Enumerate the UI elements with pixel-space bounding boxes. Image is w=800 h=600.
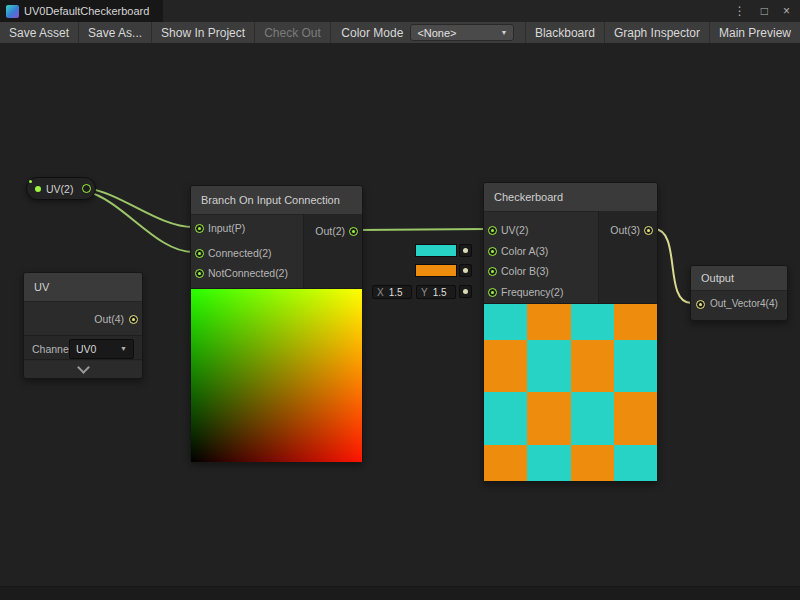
uv-channel-label: Channel	[32, 343, 69, 355]
uv-channel-row: Channel UV0 ▼	[24, 335, 142, 361]
checkerboard-color-a-label: Color A(3)	[501, 244, 548, 258]
checkerboard-color-b-port[interactable]	[488, 267, 497, 276]
color-mode-dropdown[interactable]: <None> ▼	[410, 24, 514, 41]
checkerboard-uv-port[interactable]	[488, 226, 497, 235]
frequency-y-field[interactable]: Y 1.5	[416, 285, 456, 299]
node-branch-on-input-connection[interactable]: Branch On Input Connection Input(P) Conn…	[190, 185, 363, 462]
checker-cell	[484, 392, 527, 445]
checkerboard-color-a-port[interactable]	[488, 247, 497, 256]
checkerboard-color-b-label: Color B(3)	[501, 264, 549, 278]
color-mode-label: Color Mode	[341, 26, 403, 40]
node-output[interactable]: Output Out_Vector4(4)	[690, 265, 788, 321]
frequency-y-value[interactable]: 1.5	[433, 287, 447, 298]
check-out-button: Check Out	[255, 22, 331, 43]
node-uv-pill[interactable]: UV(2)	[26, 177, 96, 200]
toolbar-right-group: Blackboard Graph Inspector Main Preview	[525, 22, 800, 43]
branch-node-title[interactable]: Branch On Input Connection	[191, 186, 362, 215]
checkerboard-uv-label: UV(2)	[501, 223, 528, 237]
checker-cell	[614, 340, 657, 393]
node-checkerboard[interactable]: Checkerboard UV(2) Color A(3) Color B(3)…	[483, 182, 658, 482]
canvas-bottom-strip	[0, 586, 800, 600]
graph-inspector-button[interactable]: Graph Inspector	[604, 22, 709, 43]
tab-title: UV0DefaultCheckerboard	[24, 5, 149, 17]
kebab-menu-icon[interactable]: ⋮	[734, 4, 746, 18]
edge-uvpill-to-input[interactable]	[86, 188, 193, 227]
blackboard-button[interactable]: Blackboard	[525, 22, 604, 43]
branch-uv-gradient-preview	[191, 288, 362, 462]
branch-input-p-label: Input(P)	[208, 221, 245, 235]
checker-cell	[484, 340, 527, 393]
checker-cell	[484, 445, 527, 481]
branch-notconnected-port[interactable]	[195, 269, 204, 278]
save-as-button[interactable]: Save As...	[79, 22, 152, 43]
edge-checkerboard-to-output[interactable]	[654, 229, 691, 303]
checkerboard-out-label: Out(3)	[610, 223, 640, 237]
branch-out-port[interactable]	[349, 227, 358, 236]
graph-canvas[interactable]: UV(2) Branch On Input Connection Input(P…	[0, 43, 800, 600]
color-mode-group: Color Mode <None> ▼	[341, 22, 514, 43]
uv-node-title[interactable]: UV	[24, 273, 142, 302]
branch-out-label: Out(2)	[315, 224, 345, 238]
branch-connected-label: Connected(2)	[208, 246, 272, 260]
output-vector4-label: Out_Vector4(4)	[710, 297, 778, 311]
uv-pill-label: UV(2)	[46, 183, 82, 195]
edge-branch-to-checkerboard[interactable]	[359, 229, 486, 230]
checker-cell	[571, 340, 614, 393]
checkerboard-preview	[484, 303, 657, 481]
uv-pill-out-port[interactable]	[82, 184, 91, 193]
branch-notconnected-label: NotConnected(2)	[208, 266, 288, 280]
frequency-y-label: Y	[421, 287, 428, 298]
color-a-picker-icon[interactable]	[459, 244, 472, 257]
shader-graph-window: UV0DefaultCheckerboard ⋮ □ × Save Asset …	[0, 0, 800, 600]
graph-toolbar: Save Asset Save As... Show In Project Ch…	[0, 22, 800, 44]
frequency-x-label: X	[377, 287, 384, 298]
uv-collapse-toggle[interactable]	[24, 359, 142, 378]
frequency-x-field[interactable]: X 1.5	[372, 285, 412, 299]
checkerboard-node-title[interactable]: Checkerboard	[484, 183, 657, 212]
window-controls: ⋮ □ ×	[734, 0, 800, 22]
show-in-project-button[interactable]: Show In Project	[152, 22, 255, 43]
frequency-x-value[interactable]: 1.5	[389, 287, 403, 298]
checkerboard-frequency-label: Frequency(2)	[501, 285, 563, 299]
checkerboard-out-port[interactable]	[644, 226, 653, 235]
color-b-field[interactable]	[415, 264, 457, 277]
maximize-icon[interactable]: □	[761, 4, 768, 18]
checker-cell	[614, 445, 657, 481]
checker-cell	[484, 304, 527, 340]
checker-cell	[527, 392, 570, 445]
chevron-down-icon	[77, 361, 90, 374]
edge-uvpill-to-connected[interactable]	[86, 191, 193, 252]
checker-cell	[527, 445, 570, 481]
color-mode-value: <None>	[417, 27, 456, 39]
toolbar-left-group: Save Asset Save As... Show In Project Ch…	[0, 22, 331, 43]
shadergraph-asset-icon	[6, 5, 19, 18]
close-icon[interactable]: ×	[783, 4, 790, 18]
branch-connected-port[interactable]	[195, 249, 204, 258]
tab-uv0defaultcheckerboard[interactable]: UV0DefaultCheckerboard	[0, 0, 163, 22]
uv-out-port[interactable]	[129, 315, 138, 324]
node-uv[interactable]: UV Out(4) Channel UV0 ▼	[23, 272, 143, 379]
checker-cell	[614, 304, 657, 340]
checker-cell	[571, 304, 614, 340]
color-b-picker-icon[interactable]	[459, 264, 472, 277]
chevron-down-icon: ▼	[120, 345, 127, 352]
chevron-down-icon: ▼	[500, 29, 507, 36]
output-vector4-port[interactable]	[696, 300, 705, 309]
color-a-field[interactable]	[415, 244, 457, 257]
checkerboard-frequency-port[interactable]	[488, 288, 497, 297]
color-b-swatch[interactable]	[415, 264, 457, 277]
tab-bar: UV0DefaultCheckerboard ⋮ □ ×	[0, 0, 800, 22]
main-preview-button[interactable]: Main Preview	[709, 22, 800, 43]
color-a-swatch[interactable]	[415, 244, 457, 257]
uv-out-label: Out(4)	[94, 312, 124, 326]
uv-channel-value: UV0	[76, 343, 96, 355]
uv-channel-dropdown[interactable]: UV0 ▼	[69, 339, 134, 359]
output-node-title[interactable]: Output	[691, 266, 787, 291]
save-asset-button[interactable]: Save Asset	[0, 22, 79, 43]
checker-cell	[527, 304, 570, 340]
checker-cell	[527, 340, 570, 393]
frequency-connector-icon[interactable]	[459, 285, 472, 298]
branch-input-p-port[interactable]	[195, 224, 204, 233]
checker-cell	[614, 392, 657, 445]
checker-cell	[571, 445, 614, 481]
